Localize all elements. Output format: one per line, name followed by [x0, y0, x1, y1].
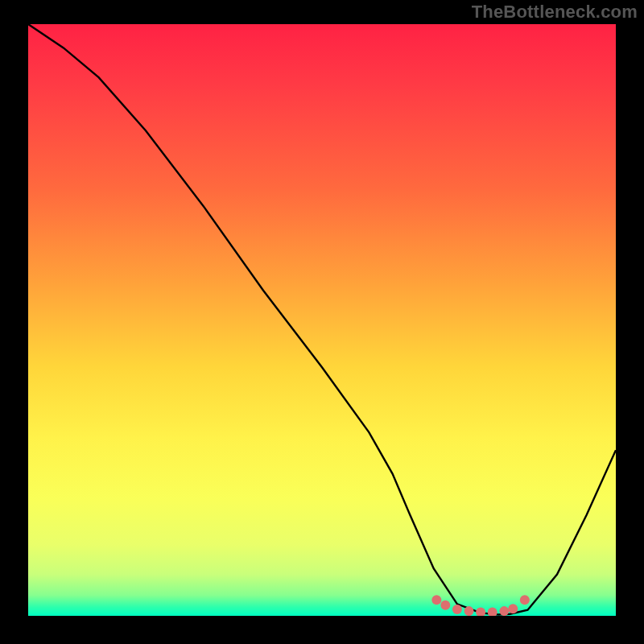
- marker-dot: [488, 608, 497, 616]
- plot-area: [28, 24, 616, 616]
- marker-dot: [508, 604, 518, 613]
- marker-dot: [476, 608, 485, 616]
- marker-dot: [440, 601, 450, 610]
- watermark-text: TheBottleneck.com: [472, 2, 638, 23]
- marker-dot: [520, 595, 530, 605]
- marker-dot: [452, 605, 462, 614]
- marker-dot: [499, 606, 509, 616]
- marker-dot: [464, 606, 474, 616]
- marker-dot: [431, 595, 441, 605]
- chart-container: TheBottleneck.com: [0, 0, 644, 644]
- bottleneck-curve: [28, 24, 616, 616]
- curve-line: [28, 24, 616, 615]
- optimal-markers: [431, 595, 530, 616]
